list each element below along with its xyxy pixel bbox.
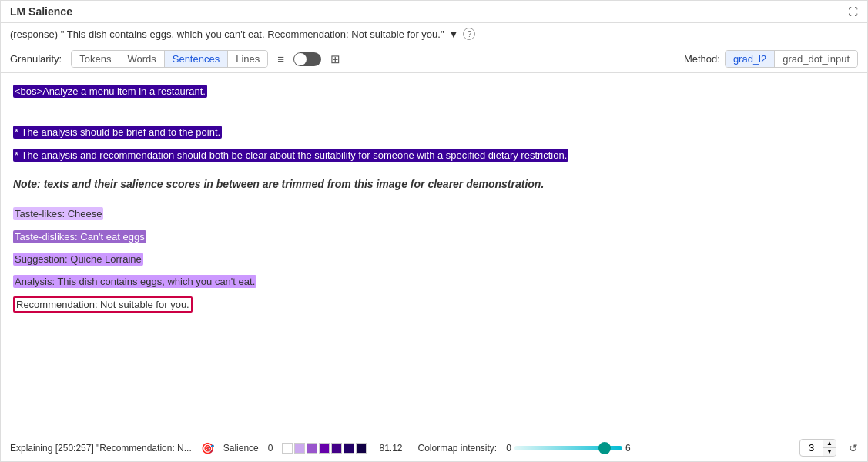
stepper-value: 3 [800, 440, 823, 455]
toggle-knob [294, 53, 307, 65]
slider-thumb[interactable] [598, 442, 611, 454]
line-recommendation: Recommendation: Not suitable for you. [13, 296, 855, 313]
toggle-switch[interactable] [293, 52, 321, 66]
highlight-analysis-recommendation: * The analysis and recommendation should… [13, 149, 568, 162]
salience-min: 0 [268, 443, 273, 454]
line-blank [13, 105, 855, 119]
method-grad-l2[interactable]: grad_l2 [726, 51, 775, 67]
scale-box-1 [294, 443, 305, 454]
line-taste-likes: Taste-likes: Cheese [13, 205, 855, 223]
highlight-recommendation: Recommendation: Not suitable for you. [13, 296, 193, 313]
colormap-slider[interactable] [514, 446, 622, 450]
highlight-analysis-brief: * The analysis should be brief and to th… [13, 126, 222, 139]
salience-max-value: 81.12 [379, 443, 402, 454]
highlight-bos-analyze: <bos>Analyze a menu item in a restaurant… [13, 85, 207, 98]
response-dropdown-icon[interactable]: ▼ [449, 28, 459, 40]
controls-bar: Granularity: Tokens Words Sentences Line… [1, 45, 867, 73]
salience-label: Salience [223, 443, 259, 454]
method-grad-dot-input[interactable]: grad_dot_input [775, 51, 857, 67]
highlight-taste-likes: Taste-likes: Cheese [13, 207, 103, 220]
colormap-max: 6 [625, 443, 631, 454]
scale-box-6 [356, 443, 367, 454]
line-analysis: Analysis: This dish contains eggs, which… [13, 273, 855, 290]
title-bar: LM Salience ⛶ [1, 1, 867, 23]
stepper-up-button[interactable]: ▲ [823, 440, 836, 448]
response-bar: (response) " This dish contains eggs, wh… [1, 23, 867, 45]
colormap-label: Colormap intensity: [417, 443, 497, 454]
scale-box-0 [282, 443, 293, 454]
stepper-down-button[interactable]: ▼ [823, 448, 836, 456]
content-area[interactable]: <bos>Analyze a menu item in a restaurant… [1, 73, 867, 434]
salience-scale [282, 443, 367, 454]
scale-box-5 [344, 443, 354, 454]
line-2: * The analysis should be brief and to th… [13, 123, 855, 141]
grid-icon[interactable]: ⊞ [327, 51, 344, 68]
scale-box-3 [319, 443, 330, 454]
line-taste-dislikes: Taste-dislikes: Can't eat eggs [13, 228, 855, 246]
colormap-slider-container: 0 6 [506, 443, 630, 454]
tab-words[interactable]: Words [119, 51, 164, 67]
line-1: <bos>Analyze a menu item in a restaurant… [13, 82, 855, 100]
response-text: (response) " This dish contains eggs, wh… [10, 28, 444, 40]
scale-box-4 [331, 443, 342, 454]
stepper-container: 3 ▲ ▼ [799, 439, 836, 457]
colormap-min: 0 [506, 443, 511, 454]
panel-title: LM Salience [10, 5, 72, 18]
bottom-bar: Explaining [250:257] "Recommendation: N.… [1, 434, 867, 461]
granularity-tab-group: Tokens Words Sentences Lines [71, 50, 268, 68]
toggle-container[interactable] [293, 52, 321, 66]
tab-sentences[interactable]: Sentences [165, 51, 228, 67]
hamburger-icon[interactable]: ≡ [274, 51, 287, 67]
method-label: Method: [684, 53, 720, 65]
line-3: * The analysis and recommendation should… [13, 146, 855, 164]
highlight-analysis: Analysis: This dish contains eggs, which… [13, 275, 256, 288]
tab-lines[interactable]: Lines [228, 51, 267, 67]
note-text: Note: texts and their salience scores in… [13, 176, 855, 192]
explaining-text: Explaining [250:257] "Recommendation: N.… [10, 443, 192, 454]
lm-salience-panel: LM Salience ⛶ (response) " This dish con… [0, 0, 868, 462]
target-icon: 🎯 [201, 442, 214, 454]
method-controls: Method: grad_l2 grad_dot_input [684, 50, 858, 68]
granularity-label: Granularity: [10, 53, 62, 65]
help-icon[interactable]: ? [463, 28, 475, 40]
highlight-taste-dislikes: Taste-dislikes: Can't eat eggs [13, 230, 146, 243]
highlight-suggestion: Suggestion: Quiche Lorraine [13, 253, 143, 266]
stepper-arrows: ▲ ▼ [823, 440, 836, 456]
tab-tokens[interactable]: Tokens [72, 51, 119, 67]
method-tab-group: grad_l2 grad_dot_input [725, 50, 858, 68]
refresh-icon[interactable]: ↺ [849, 442, 858, 454]
scale-box-2 [307, 443, 317, 454]
expand-icon[interactable]: ⛶ [848, 6, 858, 18]
line-suggestion: Suggestion: Quiche Lorraine [13, 250, 855, 268]
